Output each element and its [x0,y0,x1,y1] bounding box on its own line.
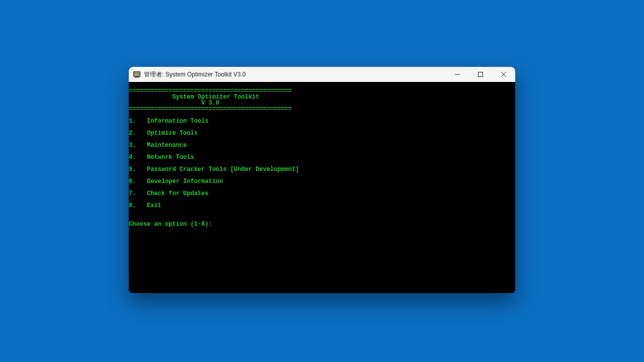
close-button[interactable] [492,67,515,82]
menu-item: 1. Information Tools [129,118,515,124]
menu-label: Optimize Tools [147,130,198,137]
menu-label: Maintenance [147,142,187,149]
menu-separator: . [132,142,147,149]
terminal-area[interactable]: ========================================… [129,82,515,293]
menu-item: 8. Exit [129,203,515,209]
menu-separator: . [132,190,147,197]
menu-item: 5. Password Cracker Tools [Under Develop… [129,166,515,172]
menu-label: Password Cracker Tools [Under Developmen… [147,166,299,173]
svg-point-2 [135,73,136,74]
menu-item: 2. Optimize Tools [129,130,515,136]
svg-rect-1 [134,72,140,76]
menu-label: Developer Information [147,178,223,185]
cmd-window: 管理者: System Optimizer Toolkit V3.0 =====… [129,67,515,293]
blank-line [129,214,132,221]
menu-label: Check for Updates [147,190,208,197]
titlebar[interactable]: 管理者: System Optimizer Toolkit V3.0 [129,67,515,82]
menu-item: 6. Developer Information [129,178,515,185]
window-title: 管理者: System Optimizer Toolkit V3.0 [144,70,446,79]
menu-label: Exit [147,202,162,209]
menu-item: 3. Maintenance [129,142,515,148]
menu-separator: . [132,154,147,161]
menu-separator: . [132,118,147,125]
minimize-button[interactable] [446,67,469,82]
prompt-text: Choose an option (1-8): [129,221,212,228]
app-icon [133,70,141,78]
menu-label: Network Tools [147,154,194,161]
option-input[interactable] [212,221,232,228]
svg-point-3 [137,73,138,74]
maximize-button[interactable] [469,67,492,82]
menu-separator: . [132,202,147,209]
menu-separator: . [132,178,147,185]
banner-divider-bottom: ========================================… [129,106,292,113]
menu-item: 4. Network Tools [129,154,515,160]
menu-item: 7. Check for Updates [129,191,515,197]
menu-separator: . [132,130,147,137]
window-controls [446,67,515,82]
svg-rect-6 [478,72,483,77]
svg-rect-4 [135,77,139,78]
menu-label: Information Tools [147,118,208,125]
menu-separator: . [132,166,147,173]
